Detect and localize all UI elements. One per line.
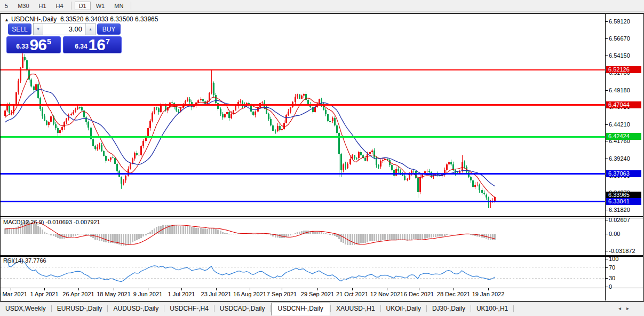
date-axis-tick bbox=[11, 288, 11, 290]
price-axis-label: 6.56670 bbox=[609, 35, 630, 42]
timeframe-button-D1[interactable]: D1 bbox=[75, 2, 91, 10]
rsi-label: RSI(14) 37.7766 bbox=[3, 257, 46, 264]
date-axis-tick bbox=[454, 288, 454, 290]
date-axis-tick bbox=[387, 288, 387, 290]
chart-tab-dj30-daily[interactable]: DJ30-,Daily bbox=[427, 303, 471, 314]
pane-separator[interactable] bbox=[0, 255, 643, 256]
macd-label: MACD(12,26,9) -0.010693 -0.007921 bbox=[3, 219, 100, 225]
price-level-badge: 6.47044 bbox=[606, 101, 641, 108]
tab-separator bbox=[513, 305, 514, 312]
price-axis-tick bbox=[606, 38, 608, 39]
chart-tab-usdcnh-daily[interactable]: USDCNH-,Daily bbox=[271, 303, 330, 315]
rsi-axis-label: 70 bbox=[609, 264, 615, 271]
chart-tab-ukoil-daily[interactable]: UKOil-,Daily bbox=[381, 303, 426, 314]
price-axis-tick bbox=[606, 90, 608, 91]
buy-price-sup: 7 bbox=[106, 37, 110, 46]
date-axis-tick bbox=[282, 288, 282, 290]
price-axis-tick bbox=[606, 21, 608, 22]
date-axis-tick bbox=[250, 288, 250, 290]
price-axis-line bbox=[605, 14, 606, 301]
rsi-indicator-canvas[interactable] bbox=[1, 257, 605, 287]
rsi-axis-tick bbox=[606, 267, 608, 268]
date-axis-label: 19 Jan 2022 bbox=[468, 291, 508, 297]
chart-ohlc-values: 6.33520 6.34033 6.33500 6.33965 bbox=[60, 15, 158, 23]
toolbar-separator bbox=[131, 2, 131, 10]
toolbar-separator bbox=[71, 2, 71, 10]
sell-price-big: 96 bbox=[30, 37, 46, 52]
chart-tab-xauusd-h1[interactable]: XAUUSD-,H1 bbox=[331, 303, 380, 314]
chart-tab-usdx-weekly[interactable]: USDX,Weekly bbox=[0, 303, 51, 314]
terminal-window: 5M30H1H4D1W1MN ▲USDCNH-,Daily 6.33520 6.… bbox=[0, 0, 644, 316]
pane-separator[interactable] bbox=[0, 216, 643, 217]
volume-stepper: ▾ 3.00 ▴ bbox=[33, 23, 96, 35]
price-level-badge: 6.33041 bbox=[606, 198, 641, 205]
rsi-axis-label: 0 bbox=[609, 283, 612, 290]
pane-separator bbox=[0, 288, 643, 288]
collapse-trade-panel-icon[interactable]: ▲ bbox=[4, 17, 9, 22]
price-axis-tick bbox=[606, 141, 608, 141]
chart-tab-uk100-h1[interactable]: UK100-,H1 bbox=[471, 303, 513, 314]
rsi-axis-tick bbox=[606, 287, 608, 287]
tab-scroll-left-icon[interactable]: ◂ bbox=[618, 305, 626, 311]
volume-increase-button[interactable]: ▴ bbox=[85, 23, 95, 35]
date-axis-tick bbox=[181, 288, 182, 290]
price-level-badge: 6.37063 bbox=[606, 170, 641, 177]
date-axis-tick bbox=[216, 288, 217, 290]
timeframe-button-W1[interactable]: W1 bbox=[92, 2, 109, 10]
date-axis-label: 26 Apr 2021 bbox=[58, 291, 99, 297]
rsi-axis-tick bbox=[606, 259, 608, 259]
date-axis-tick bbox=[148, 288, 148, 290]
timeframe-button-H1[interactable]: H1 bbox=[35, 2, 51, 10]
price-axis-label: 6.39240 bbox=[609, 155, 630, 162]
chart-tab-bar: USDX,WeeklyEURUSD-,DailyAUDUSD-,DailyUSD… bbox=[0, 302, 644, 316]
date-axis-tick bbox=[488, 288, 489, 290]
date-axis-tick bbox=[317, 288, 318, 290]
price-axis-label: 6.49180 bbox=[609, 87, 630, 93]
buy-button[interactable]: BUY bbox=[97, 23, 121, 35]
date-axis-tick bbox=[78, 288, 79, 290]
sell-price-small: 6.33 bbox=[16, 43, 28, 50]
date-axis-tick bbox=[352, 288, 353, 290]
timeframe-toolbar: 5M30H1H4D1W1MN bbox=[0, 0, 644, 12]
chart-tab-audusd-daily[interactable]: AUDUSD-,Daily bbox=[108, 303, 164, 314]
chart-tab-usdcad-daily[interactable]: USDCAD-,Daily bbox=[214, 303, 271, 314]
one-click-trade-panel: SELL ▾ 3.00 ▴ BUY 6.33 96 5 6.34 16 7 bbox=[6, 23, 122, 54]
timeframe-button-H4[interactable]: H4 bbox=[52, 2, 68, 10]
macd-axis-label: 0.02607 bbox=[609, 217, 630, 223]
sell-price-sup: 5 bbox=[47, 37, 51, 46]
buy-price-button[interactable]: 6.34 16 7 bbox=[63, 36, 122, 53]
price-axis-tick bbox=[606, 124, 608, 125]
date-axis-tick bbox=[44, 288, 45, 290]
price-level-badge: 6.42424 bbox=[606, 133, 641, 140]
macd-axis-tick bbox=[606, 251, 608, 251]
timeframe-button-5[interactable]: 5 bbox=[1, 2, 12, 10]
price-axis-tick bbox=[606, 159, 608, 159]
price-axis-label: 6.44210 bbox=[609, 121, 630, 128]
date-axis-label: 7 Sep 2021 bbox=[261, 291, 302, 297]
rsi-axis-tick bbox=[606, 278, 608, 279]
date-axis-tick bbox=[419, 288, 419, 290]
volume-decrease-button[interactable]: ▾ bbox=[34, 23, 43, 35]
volume-input[interactable]: 3.00 bbox=[43, 23, 85, 35]
rsi-axis-label: 30 bbox=[609, 275, 615, 281]
macd-axis-label: -0.031872 bbox=[609, 248, 635, 254]
price-level-badge: 6.52126 bbox=[606, 66, 641, 73]
timeframe-button-M30[interactable]: M30 bbox=[13, 2, 33, 10]
chart-tab-usdchf-h4[interactable]: USDCHF-,H4 bbox=[164, 303, 214, 314]
tab-scroll-right-icon[interactable]: ▸ bbox=[626, 305, 634, 311]
sell-button[interactable]: SELL bbox=[8, 23, 31, 35]
price-axis-tick bbox=[606, 210, 608, 210]
price-axis-tick bbox=[606, 56, 608, 56]
macd-axis-tick bbox=[606, 220, 608, 220]
macd-axis-label: 0.00 bbox=[609, 231, 620, 237]
chart-tab-eurusd-daily[interactable]: EURUSD-,Daily bbox=[52, 303, 108, 314]
sell-price-button[interactable]: 6.33 96 5 bbox=[6, 36, 61, 53]
price-axis-label: 6.31820 bbox=[609, 207, 630, 213]
chart-title: ▲USDCNH-,Daily 6.33520 6.34033 6.33500 6… bbox=[4, 15, 158, 23]
rsi-axis-label: 100 bbox=[609, 256, 618, 262]
chart-symbol-label: USDCNH-,Daily bbox=[11, 15, 57, 23]
price-axis-label: 6.59120 bbox=[609, 18, 630, 25]
date-axis-tick bbox=[114, 288, 114, 290]
timeframe-button-MN[interactable]: MN bbox=[110, 2, 128, 10]
buy-price-small: 6.34 bbox=[75, 43, 87, 50]
